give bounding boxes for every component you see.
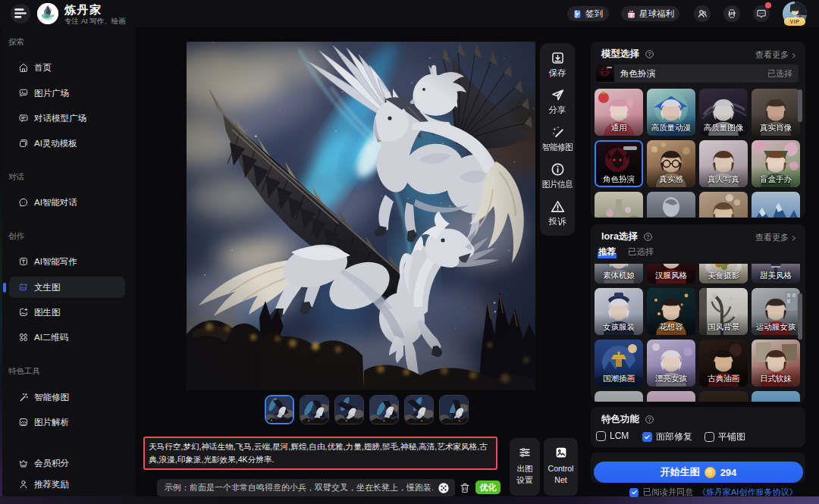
result-thumbnail-5[interactable] bbox=[404, 395, 434, 424]
app-download-button[interactable]: APP bbox=[723, 5, 740, 22]
sidebar-item-image-gallery[interactable]: 图片广场 bbox=[9, 83, 125, 104]
lora-tile[interactable]: 运动服女孩 bbox=[752, 288, 800, 335]
planet-welfare-button[interactable]: 星球福利 bbox=[621, 6, 679, 21]
magic-wand-icon bbox=[18, 392, 29, 402]
sidebar-item-text-to-image[interactable]: 文生图 bbox=[9, 277, 125, 298]
sidebar-item-template[interactable]: AI灵动模板 bbox=[9, 133, 125, 154]
sidebar-item-label: AI智能对话 bbox=[34, 197, 77, 208]
toolbar-share-button[interactable]: 分享 bbox=[549, 87, 566, 116]
sidebar-item-home[interactable]: 首页 bbox=[9, 57, 125, 78]
result-thumbnail-2[interactable] bbox=[300, 395, 329, 424]
controlnet-button[interactable]: Control Net bbox=[544, 438, 578, 496]
sidebar-item-qrcode[interactable]: AI二维码 bbox=[9, 327, 125, 348]
sidebar-item-crown[interactable]: 会员积分 bbox=[9, 452, 125, 474]
lora-tile[interactable] bbox=[699, 391, 748, 402]
result-thumbnail-1[interactable] bbox=[265, 395, 294, 424]
model-grid-scrollbar[interactable] bbox=[798, 89, 802, 122]
agreement-link[interactable]: 《炼丹家AI创作服务协议》 bbox=[698, 487, 797, 498]
community-button[interactable] bbox=[694, 5, 711, 22]
toolbar-image-info-button[interactable]: 图片信息 bbox=[541, 161, 574, 190]
feature-checkbox[interactable] bbox=[596, 431, 606, 441]
lora-tile[interactable]: 甜美风格 bbox=[752, 264, 800, 283]
tile-label: 素体机娘 bbox=[595, 271, 643, 281]
toolbar-save-button[interactable]: 保存 bbox=[549, 50, 566, 79]
lora-tile[interactable]: 漂亮女孩 bbox=[647, 340, 695, 387]
model-card-header: 模型选择 bbox=[601, 48, 654, 61]
model-tile[interactable]: 真实感 bbox=[647, 140, 695, 187]
sidebar-item-ai-writing[interactable]: AI智能写作 bbox=[9, 251, 125, 272]
lora-tab-recommended[interactable]: 推荐 bbox=[598, 246, 617, 261]
lora-tile[interactable]: 日式软妹 bbox=[752, 340, 800, 387]
model-tile[interactable]: 通用 bbox=[595, 89, 643, 136]
lora-tile[interactable]: 古典油画 bbox=[699, 340, 748, 387]
lora-tile[interactable]: 国潮插画 bbox=[595, 340, 643, 387]
example-prompt-bar[interactable]: 示例：前面是一个非常自鸣得意的小兵，双臂交叉，坐在长凳上，慢跑装... bbox=[157, 479, 455, 496]
agreement-checkbox[interactable] bbox=[629, 488, 639, 497]
sidebar-item-image-to-image[interactable]: 图生图 bbox=[9, 302, 125, 323]
model-tile[interactable] bbox=[752, 192, 800, 218]
sidebar-item-label: 图片解析 bbox=[34, 417, 69, 428]
lora-tile[interactable]: 女孩服装 bbox=[595, 288, 643, 335]
image-info-icon bbox=[550, 161, 566, 177]
lora-tile[interactable]: 汉服风格 bbox=[647, 264, 695, 283]
model-tile[interactable] bbox=[647, 192, 695, 218]
sidebar-item-ai-chat[interactable]: AI智能对话 bbox=[9, 192, 125, 213]
toolbar-smart-retouch-button[interactable]: 智能修图 bbox=[541, 124, 574, 153]
lora-tab-selected[interactable]: 已选择 bbox=[628, 246, 654, 261]
model-view-more-link[interactable]: 查看更多 bbox=[755, 49, 797, 61]
check-in-button[interactable]: 签到 bbox=[567, 6, 609, 21]
output-settings-button[interactable]: 出图 设置 bbox=[510, 438, 540, 496]
result-thumbnail-3[interactable] bbox=[334, 395, 364, 424]
controlnet-label: Control Net bbox=[548, 463, 574, 486]
feature-option[interactable]: 平铺图 bbox=[704, 430, 745, 443]
random-example-icon[interactable] bbox=[438, 482, 450, 494]
tile-label: 盲盒手办 bbox=[752, 174, 800, 185]
result-thumbnail-4[interactable] bbox=[369, 395, 399, 424]
lora-tile[interactable]: 素体机娘 bbox=[595, 264, 643, 283]
feature-option[interactable]: 面部修复 bbox=[642, 430, 692, 443]
help-icon[interactable] bbox=[645, 49, 654, 59]
generate-button[interactable]: 开始生图 294 bbox=[594, 462, 803, 483]
toolbar-button-label: 分享 bbox=[549, 105, 566, 116]
clear-prompt-button[interactable] bbox=[459, 482, 471, 494]
model-tile[interactable] bbox=[595, 192, 643, 218]
model-tile[interactable]: 高质量图像 bbox=[699, 89, 748, 136]
sidebar-item-label: AI智能写作 bbox=[34, 256, 77, 268]
sidebar-item-magic-wand[interactable]: 智能修图 bbox=[9, 387, 125, 408]
help-icon[interactable] bbox=[645, 415, 654, 424]
lora-grid-scrollbar[interactable] bbox=[798, 293, 802, 340]
toolbar-report-button[interactable]: 投诉 bbox=[549, 199, 566, 227]
lora-view-more-link[interactable]: 查看更多 bbox=[755, 232, 797, 243]
feature-checkbox[interactable] bbox=[704, 432, 714, 442]
sidebar-item-chat-model[interactable]: 对话模型广场 bbox=[9, 108, 125, 129]
model-card-title: 模型选择 bbox=[601, 48, 639, 61]
lora-tile[interactable] bbox=[752, 391, 800, 402]
generated-image[interactable] bbox=[187, 42, 535, 390]
model-tile[interactable]: 真人写真 bbox=[699, 140, 748, 187]
lora-tile[interactable] bbox=[647, 391, 695, 402]
app-logo bbox=[37, 3, 58, 24]
model-tile[interactable]: 高质量动漫 bbox=[647, 89, 695, 136]
menu-toggle-button[interactable] bbox=[11, 4, 30, 23]
example-prompt-text: 示例：前面是一个非常自鸣得意的小兵，双臂交叉，坐在长凳上，慢跑装... bbox=[165, 482, 433, 493]
sidebar-item-image-analyze[interactable]: 图片解析 bbox=[9, 412, 125, 433]
model-tile[interactable]: 真实肖像 bbox=[752, 89, 800, 136]
model-tile[interactable]: 角色扮演 bbox=[595, 140, 643, 187]
ai-chat-icon bbox=[18, 197, 29, 208]
feature-option[interactable]: LCM bbox=[596, 430, 629, 441]
model-selected-bar[interactable]: 角色扮演 已选择 bbox=[596, 64, 799, 83]
prompt-textarea[interactable]: 天马行空,梦幻,神话生物,飞马,云端,星河,辉煌,自由,优雅,力量,翅膀,鬃毛,… bbox=[143, 437, 497, 470]
model-tile[interactable]: 盲盒手办 bbox=[752, 140, 800, 187]
lora-tile[interactable]: 国风背景 bbox=[699, 288, 748, 335]
result-thumbnail-6[interactable] bbox=[439, 395, 469, 424]
tile-label: 真实感 bbox=[647, 174, 695, 185]
lora-tile[interactable]: 美食摄影 bbox=[699, 264, 748, 283]
feature-checkbox[interactable] bbox=[642, 432, 652, 442]
lora-tile[interactable]: 花想容 bbox=[647, 288, 695, 335]
tile-label: 运动服女孩 bbox=[752, 322, 800, 333]
lora-tile[interactable] bbox=[595, 391, 643, 402]
optimize-prompt-button[interactable]: 优化 bbox=[475, 481, 500, 494]
sidebar-item-referral[interactable]: 推荐奖励 bbox=[9, 474, 125, 495]
model-tile[interactable] bbox=[699, 192, 748, 218]
help-icon[interactable] bbox=[643, 232, 653, 242]
